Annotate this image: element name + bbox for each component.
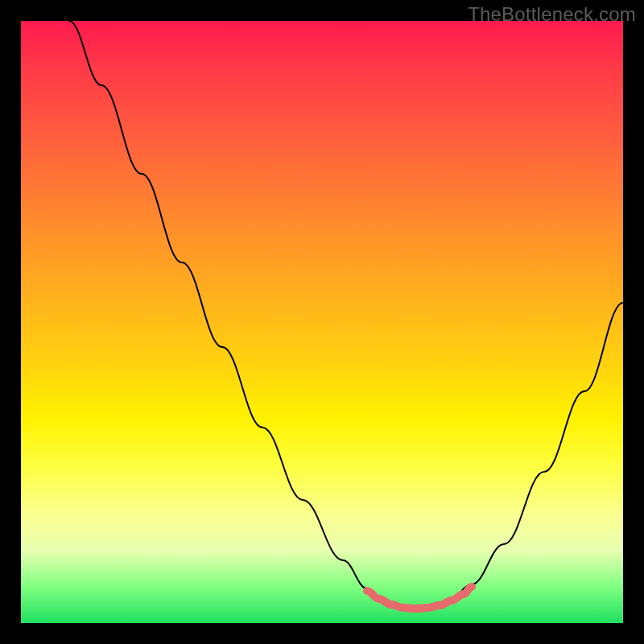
chart-frame: TheBottleneck.com — [0, 0, 644, 644]
chart-svg — [21, 21, 623, 623]
plot-area — [21, 21, 623, 623]
watermark-text: TheBottleneck.com — [468, 3, 636, 26]
main-curve — [69, 21, 623, 609]
bottom-highlight — [367, 587, 472, 609]
